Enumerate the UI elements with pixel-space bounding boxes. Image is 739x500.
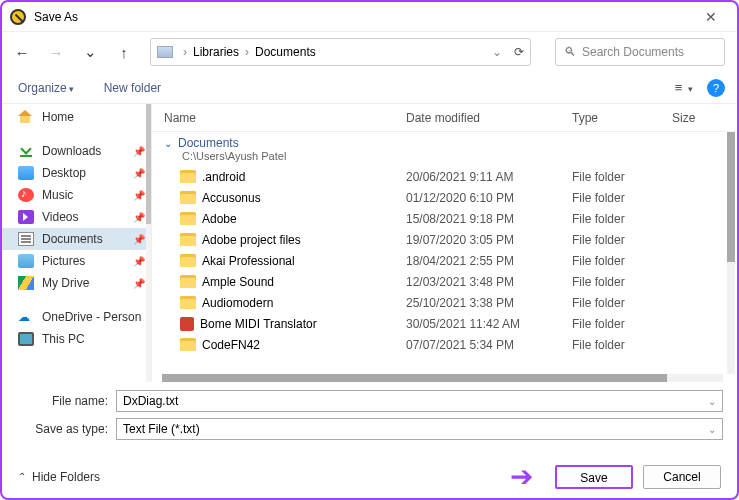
file-name-label: File name: <box>16 394 116 408</box>
sidebar-scrollbar[interactable] <box>146 104 151 382</box>
sidebar-item-pictures[interactable]: Pictures📌 <box>2 250 151 272</box>
sidebar-item-music[interactable]: Music📌 <box>2 184 151 206</box>
pin-icon: 📌 <box>133 212 145 223</box>
form-area: File name: DxDiag.txt⌄ Save as type: Tex… <box>2 382 737 450</box>
sidebar-item-documents[interactable]: Documents📌 <box>2 228 151 250</box>
chevron-right-icon: › <box>245 45 249 59</box>
file-name: Ample Sound <box>202 275 274 289</box>
folder-icon <box>180 296 196 309</box>
pictures-icon <box>18 254 34 268</box>
file-type: File folder <box>572 170 672 184</box>
chevron-down-icon: ⌄ <box>164 138 172 149</box>
folder-icon <box>180 170 196 183</box>
folder-icon <box>180 275 196 288</box>
sidebar-item-thispc[interactable]: This PC <box>2 328 151 350</box>
search-icon: 🔍︎ <box>564 45 576 59</box>
view-mode-button[interactable]: ≡ ▾ <box>675 80 693 95</box>
table-row[interactable]: Adobe project files19/07/2020 3:05 PMFil… <box>152 229 737 250</box>
vertical-scrollbar[interactable] <box>727 132 735 374</box>
table-row[interactable]: CodeFN4207/07/2021 5:34 PMFile folder <box>152 334 737 355</box>
file-type: File folder <box>572 317 672 331</box>
column-headers: Name Date modified Type Size <box>152 104 737 132</box>
search-placeholder: Search Documents <box>582 45 684 59</box>
group-header[interactable]: ⌄Documents <box>152 132 737 150</box>
file-type: File folder <box>572 338 672 352</box>
file-name: Akai Professional <box>202 254 295 268</box>
save-type-label: Save as type: <box>16 422 116 436</box>
nav-row: ← → ⌄ ↑ › Libraries › Documents ⌄ ⟳ 🔍︎ S… <box>2 32 737 72</box>
crumb-libraries[interactable]: Libraries <box>193 45 239 59</box>
app-icon <box>10 9 26 25</box>
folder-icon <box>180 233 196 246</box>
organize-button[interactable]: Organize▾ <box>14 79 78 97</box>
cloud-icon: ☁ <box>18 310 34 324</box>
sidebar-item-onedrive[interactable]: ☁OneDrive - Person <box>2 306 151 328</box>
downloads-icon <box>18 144 34 158</box>
window-title: Save As <box>34 10 78 24</box>
sidebar-item-home[interactable]: Home <box>2 106 151 128</box>
breadcrumb[interactable]: › Libraries › Documents ⌄ ⟳ <box>150 38 531 66</box>
sidebar-item-desktop[interactable]: Desktop📌 <box>2 162 151 184</box>
file-type: File folder <box>572 212 672 226</box>
file-name-input[interactable]: DxDiag.txt⌄ <box>116 390 723 412</box>
desktop-icon <box>18 166 34 180</box>
sidebar-item-label: Videos <box>42 210 78 224</box>
file-date: 01/12/2020 6:10 PM <box>406 191 572 205</box>
cancel-button[interactable]: Cancel <box>643 465 721 489</box>
folder-icon <box>180 338 196 351</box>
sidebar-item-label: OneDrive - Person <box>42 310 141 324</box>
sidebar-item-videos[interactable]: Videos📌 <box>2 206 151 228</box>
drive-icon <box>18 276 34 290</box>
table-row[interactable]: Bome MIDI Translator30/05/2021 11:42 AMF… <box>152 313 737 334</box>
chevron-down-icon[interactable]: ⌄ <box>708 424 716 435</box>
folder-icon <box>180 254 196 267</box>
col-size[interactable]: Size <box>672 111 722 125</box>
save-type-select[interactable]: Text File (*.txt)⌄ <box>116 418 723 440</box>
chevron-down-icon[interactable]: ⌄ <box>708 396 716 407</box>
table-row[interactable]: Akai Professional18/04/2021 2:55 PMFile … <box>152 250 737 271</box>
chevron-right-icon: › <box>183 45 187 59</box>
pin-icon: 📌 <box>133 234 145 245</box>
toolbar: Organize▾ New folder ≡ ▾ ? <box>2 72 737 104</box>
horizontal-scrollbar[interactable] <box>162 374 723 382</box>
col-date[interactable]: Date modified <box>406 111 572 125</box>
file-name: CodeFN42 <box>202 338 260 352</box>
sidebar-item-mydrive[interactable]: My Drive📌 <box>2 272 151 294</box>
back-icon[interactable]: ← <box>14 44 30 61</box>
group-path: C:\Users\Ayush Patel <box>152 150 737 166</box>
annotation-arrow: ➔ <box>510 460 533 493</box>
table-row[interactable]: Accusonus01/12/2020 6:10 PMFile folder <box>152 187 737 208</box>
save-button[interactable]: Save <box>555 465 633 489</box>
home-icon <box>18 110 34 124</box>
sidebar-item-downloads[interactable]: Downloads📌 <box>2 140 151 162</box>
table-row[interactable]: Ample Sound12/03/2021 3:48 PMFile folder <box>152 271 737 292</box>
col-type[interactable]: Type <box>572 111 672 125</box>
file-type: File folder <box>572 254 672 268</box>
file-name: Adobe <box>202 212 237 226</box>
forward-icon[interactable]: → <box>48 44 64 61</box>
table-row[interactable]: Adobe15/08/2021 9:18 PMFile folder <box>152 208 737 229</box>
hide-folders-button[interactable]: ⌃Hide Folders <box>18 470 100 484</box>
chevron-down-icon[interactable]: ⌄ <box>492 45 502 59</box>
table-row[interactable]: .android20/06/2021 9:11 AMFile folder <box>152 166 737 187</box>
file-date: 25/10/2021 3:38 PM <box>406 296 572 310</box>
folder-icon <box>180 212 196 225</box>
chevron-up-icon: ⌃ <box>18 471 26 482</box>
up-icon[interactable]: ↑ <box>116 44 132 61</box>
recent-locations-icon[interactable]: ⌄ <box>82 43 98 61</box>
help-icon[interactable]: ? <box>707 79 725 97</box>
sidebar-item-label: Music <box>42 188 73 202</box>
file-date: 18/04/2021 2:55 PM <box>406 254 572 268</box>
file-type: File folder <box>572 275 672 289</box>
pin-icon: 📌 <box>133 168 145 179</box>
refresh-icon[interactable]: ⟳ <box>514 45 524 59</box>
pin-icon: 📌 <box>133 278 145 289</box>
file-name: Audiomodern <box>202 296 273 310</box>
crumb-documents[interactable]: Documents <box>255 45 316 59</box>
close-icon[interactable]: ✕ <box>693 9 729 25</box>
col-name[interactable]: Name <box>164 111 406 125</box>
new-folder-button[interactable]: New folder <box>100 79 165 97</box>
search-input[interactable]: 🔍︎ Search Documents <box>555 38 725 66</box>
file-date: 30/05/2021 11:42 AM <box>406 317 572 331</box>
table-row[interactable]: Audiomodern25/10/2021 3:38 PMFile folder <box>152 292 737 313</box>
